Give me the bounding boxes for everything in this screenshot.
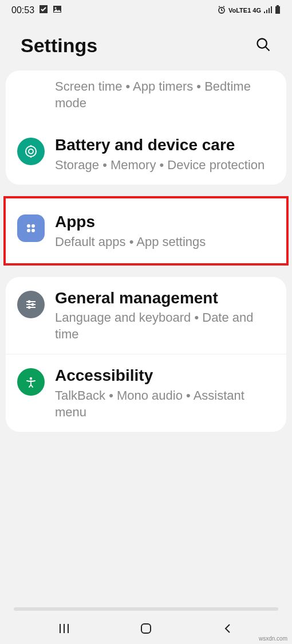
network-indicators: VoLTE1 4G: [228, 7, 261, 14]
search-button[interactable]: [255, 37, 271, 55]
apps-icon: [17, 214, 45, 242]
settings-row-accessibility[interactable]: Accessibility TalkBack • Mono audio • As…: [6, 354, 286, 432]
recents-icon: [58, 622, 70, 635]
header: Settings: [0, 21, 292, 71]
settings-row-apps[interactable]: Apps Default apps • App settings: [6, 198, 286, 263]
settings-group-2: General management Language and keyboard…: [6, 277, 286, 432]
svg-rect-5: [266, 10, 267, 13]
scroll-indicator: [14, 607, 278, 611]
navigation-bar: [0, 613, 292, 644]
row-title: General management: [55, 288, 270, 308]
svg-rect-7: [271, 6, 272, 13]
svg-point-13: [29, 149, 33, 154]
svg-rect-4: [264, 11, 265, 13]
row-title: Accessibility: [55, 366, 270, 385]
svg-point-10: [258, 38, 267, 48]
settings-row-general[interactable]: General management Language and keyboard…: [6, 277, 286, 354]
recents-button[interactable]: [56, 620, 72, 637]
battery-care-icon: [17, 138, 45, 165]
svg-point-12: [26, 146, 36, 157]
settings-row-battery[interactable]: Battery and device care Storage • Memory…: [6, 124, 286, 185]
svg-rect-29: [141, 624, 151, 633]
alarm-icon: [217, 5, 226, 15]
row-subtitle: Storage • Memory • Device protection: [55, 157, 270, 174]
row-title: Apps: [55, 212, 270, 232]
svg-point-17: [31, 229, 35, 232]
svg-point-16: [27, 229, 30, 232]
signal-icon: [263, 5, 273, 15]
search-icon: [255, 37, 271, 53]
svg-point-14: [27, 224, 30, 228]
svg-line-11: [266, 46, 270, 50]
svg-point-2: [55, 7, 57, 9]
image-icon: [53, 5, 62, 16]
row-subtitle: Default apps • App settings: [55, 234, 270, 251]
row-title: Battery and device care: [55, 135, 270, 155]
svg-rect-6: [269, 8, 270, 13]
status-right: VoLTE1 4G: [217, 5, 281, 15]
watermark: wsxdn.com: [259, 635, 287, 642]
settings-group-1: Screen time • App timers • Bedtime mode …: [6, 71, 286, 185]
row-subtitle: Language and keyboard • Date and time: [55, 310, 270, 342]
icon-placeholder: [17, 79, 45, 111]
svg-rect-8: [277, 5, 279, 6]
accessibility-icon: [17, 368, 45, 396]
back-icon: [222, 622, 234, 635]
home-icon: [140, 622, 152, 635]
row-subtitle: TalkBack • Mono audio • Assistant menu: [55, 388, 270, 420]
home-button[interactable]: [138, 620, 154, 637]
svg-rect-9: [275, 6, 280, 14]
back-button[interactable]: [220, 620, 236, 637]
svg-point-25: [30, 377, 32, 380]
status-left: 00:53: [11, 5, 62, 16]
page-title: Settings: [21, 34, 97, 57]
checkbox-icon: [39, 5, 48, 16]
svg-point-23: [28, 306, 31, 309]
battery-icon: [275, 5, 281, 15]
svg-point-19: [28, 300, 31, 303]
general-management-icon: [17, 291, 45, 318]
status-bar: 00:53 VoLTE1 4G: [0, 0, 292, 21]
status-time: 00:53: [11, 5, 34, 15]
svg-point-15: [31, 224, 35, 228]
row-subtitle: Screen time • App timers • Bedtime mode: [55, 79, 270, 111]
settings-row-wellbeing[interactable]: Screen time • App timers • Bedtime mode: [6, 71, 286, 124]
svg-point-21: [31, 303, 34, 306]
settings-group-apps-highlighted: Apps Default apps • App settings: [3, 196, 289, 265]
